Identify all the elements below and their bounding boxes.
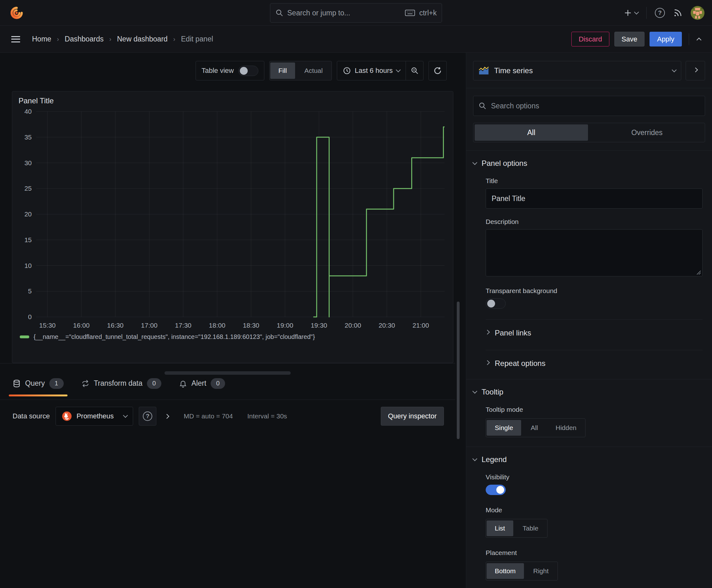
- tab-alert[interactable]: Alert 0: [179, 378, 225, 396]
- global-search-input[interactable]: Search or jump to... ctrl+k: [270, 3, 442, 23]
- svg-text:0: 0: [28, 313, 32, 320]
- query-inspector-button[interactable]: Query inspector: [381, 407, 444, 426]
- chevron-right-icon: [485, 330, 490, 335]
- legend-section: Legend Visibility Mode List Table Placem…: [466, 447, 712, 588]
- panel-description-textarea[interactable]: [486, 229, 703, 276]
- time-range-picker[interactable]: Last 6 hours: [337, 67, 406, 75]
- svg-text:30: 30: [24, 159, 32, 166]
- chevron-down-icon: [473, 389, 477, 394]
- options-expand-icon[interactable]: [165, 414, 170, 419]
- panel-title-input[interactable]: [486, 188, 703, 209]
- max-data-points: MD = auto = 704: [184, 413, 233, 420]
- panel-options-header[interactable]: Panel options: [473, 159, 703, 168]
- legend-placement-bottom-option[interactable]: Bottom: [487, 563, 524, 579]
- svg-text:17:00: 17:00: [141, 322, 157, 329]
- top-bar: Search or jump to... ctrl+k ?: [0, 0, 712, 26]
- panel-links-section[interactable]: Panel links: [486, 319, 703, 339]
- legend-mode-list-option[interactable]: List: [487, 521, 513, 536]
- datasource-row: Data source Prometheus ? MD = auto = 704…: [0, 400, 455, 426]
- zoom-out-time-button[interactable]: [406, 61, 423, 80]
- description-field-label: Description: [486, 218, 703, 226]
- zoom-out-icon: [411, 67, 419, 75]
- tab-transform-count: 0: [147, 378, 161, 389]
- chevron-down-icon: [473, 160, 477, 165]
- time-range-control: Last 6 hours: [337, 61, 424, 80]
- search-shortcut: ctrl+k: [419, 9, 437, 17]
- fit-fill-option[interactable]: Fill: [270, 63, 295, 79]
- transparent-bg-label: Transparent background: [486, 287, 703, 295]
- table-view-label: Table view: [201, 67, 234, 75]
- legend-title: Legend: [481, 455, 507, 464]
- menu-toggle-icon[interactable]: [11, 36, 20, 42]
- collapse-header-icon[interactable]: [697, 37, 702, 42]
- legend-series-swatch[interactable]: [20, 335, 29, 338]
- tab-query-count: 1: [49, 378, 64, 389]
- tooltip-mode-label: Tooltip mode: [486, 406, 703, 413]
- apply-button[interactable]: Apply: [649, 32, 682, 46]
- datasource-help-button[interactable]: ?: [139, 407, 156, 426]
- help-button[interactable]: ?: [655, 8, 665, 18]
- interval-value: Interval = 30s: [247, 413, 287, 420]
- chevron-down-icon: [634, 10, 639, 15]
- toggle-options-pane-button[interactable]: [686, 61, 705, 80]
- news-icon[interactable]: [673, 8, 683, 18]
- svg-text:20:00: 20:00: [345, 322, 361, 329]
- chevron-down-icon: [672, 67, 677, 72]
- svg-text:20:30: 20:30: [379, 322, 395, 329]
- legend-placement-right-option[interactable]: Right: [525, 563, 557, 579]
- discard-button[interactable]: Discard: [571, 32, 609, 46]
- svg-text:25: 25: [24, 185, 32, 192]
- breadcrumb-new-dashboard[interactable]: New dashboard: [117, 35, 168, 43]
- svg-text:15:30: 15:30: [39, 322, 56, 329]
- refresh-icon: [433, 66, 442, 75]
- svg-text:35: 35: [24, 133, 32, 141]
- tooltip-all-option[interactable]: All: [522, 420, 546, 436]
- table-view-toggle[interactable]: [238, 66, 258, 76]
- visualization-picker[interactable]: Time series: [473, 61, 681, 80]
- legend-header[interactable]: Legend: [473, 455, 703, 464]
- time-series-chart[interactable]: 051015202530354015:3016:0016:3017:0017:3…: [17, 106, 448, 331]
- tab-alert-label: Alert: [192, 379, 206, 387]
- breadcrumb-home[interactable]: Home: [32, 35, 51, 43]
- breadcrumb-separator: ›: [109, 36, 111, 43]
- datasource-picker[interactable]: Prometheus: [56, 407, 133, 426]
- legend-mode-table-option[interactable]: Table: [515, 521, 546, 536]
- breadcrumb-bar: Home › Dashboards › New dashboard › Edit…: [0, 26, 712, 53]
- legend-visibility-toggle[interactable]: [486, 485, 506, 495]
- tab-transform-label: Transform data: [94, 379, 143, 387]
- tooltip-header[interactable]: Tooltip: [473, 387, 703, 396]
- svg-text:40: 40: [24, 108, 32, 115]
- table-view-control: Table view: [196, 61, 264, 80]
- tooltip-mode-group: Single All Hidden: [486, 418, 585, 437]
- repeat-options-section[interactable]: Repeat options: [486, 350, 703, 370]
- panel-preview[interactable]: Panel Title 051015202530354015:3016:0016…: [12, 91, 453, 363]
- vertical-scrollbar[interactable]: [457, 301, 459, 439]
- transparent-bg-toggle[interactable]: [486, 298, 506, 309]
- scope-tab-overrides[interactable]: Overrides: [590, 124, 704, 141]
- search-icon: [275, 9, 283, 17]
- user-avatar[interactable]: [691, 6, 705, 20]
- resize-grip-icon[interactable]: [696, 270, 701, 275]
- tooltip-section: Tooltip Tooltip mode Single All Hidden: [466, 379, 712, 447]
- tooltip-hidden-option[interactable]: Hidden: [547, 420, 585, 436]
- svg-text:16:00: 16:00: [73, 322, 90, 329]
- save-button[interactable]: Save: [614, 32, 645, 46]
- options-sidebar: Time series Search options All Overrides…: [466, 53, 712, 588]
- add-new-button[interactable]: [624, 8, 638, 17]
- legend-mode-group: List Table: [486, 519, 547, 538]
- scope-tab-all[interactable]: All: [475, 124, 588, 141]
- grafana-logo[interactable]: [9, 6, 24, 20]
- tab-query[interactable]: Query 1: [13, 378, 64, 396]
- options-search-input[interactable]: Search options: [473, 96, 705, 116]
- tooltip-single-option[interactable]: Single: [487, 420, 521, 436]
- svg-text:5: 5: [28, 288, 32, 295]
- legend-series-label[interactable]: {__name__="cloudflared_tunnel_total_requ…: [34, 333, 315, 340]
- tab-alert-count: 0: [211, 378, 225, 389]
- refresh-button[interactable]: [429, 61, 447, 80]
- breadcrumb-dashboards[interactable]: Dashboards: [65, 35, 104, 43]
- tab-transform[interactable]: Transform data 0: [81, 378, 161, 396]
- fit-actual-option[interactable]: Actual: [296, 63, 331, 79]
- search-icon: [478, 102, 487, 110]
- breadcrumb-separator: ›: [57, 36, 59, 43]
- chevron-down-icon: [123, 413, 128, 418]
